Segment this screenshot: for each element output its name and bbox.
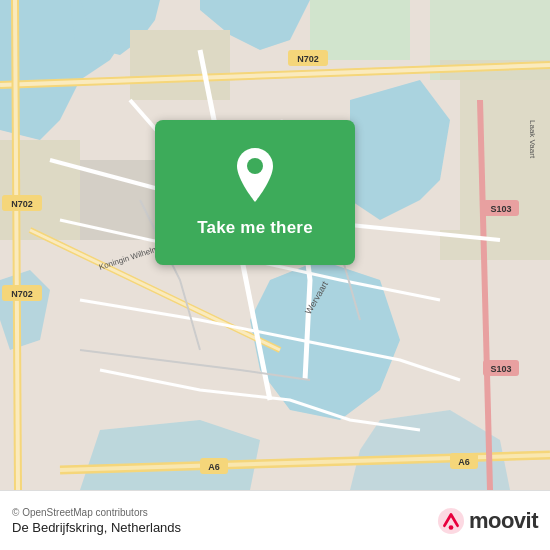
svg-text:A6: A6 [458,457,470,467]
moovit-logo: moovit [437,507,538,535]
svg-text:Laak Vaart: Laak Vaart [528,120,537,159]
svg-text:N702: N702 [11,289,33,299]
svg-text:S103: S103 [490,364,511,374]
svg-point-27 [449,525,454,530]
svg-text:A6: A6 [208,462,220,472]
footer-left: © OpenStreetMap contributors De Bedrijfs… [12,507,181,535]
footer: © OpenStreetMap contributors De Bedrijfs… [0,490,550,550]
svg-rect-3 [130,30,230,100]
svg-point-26 [438,507,464,533]
svg-text:N702: N702 [297,54,319,64]
svg-text:S103: S103 [490,204,511,214]
svg-text:N702: N702 [11,199,33,209]
moovit-icon [437,507,465,535]
brand-name: moovit [469,508,538,534]
take-me-there-label: Take me there [197,218,313,238]
svg-point-25 [247,158,263,174]
attribution: © OpenStreetMap contributors [12,507,181,518]
map-container: N702 N702 N702 A6 A6 S103 S103 Koningin … [0,0,550,490]
location-pin-icon [231,148,279,208]
take-me-card[interactable]: Take me there [155,120,355,265]
location-name: De Bedrijfskring, Netherlands [12,520,181,535]
